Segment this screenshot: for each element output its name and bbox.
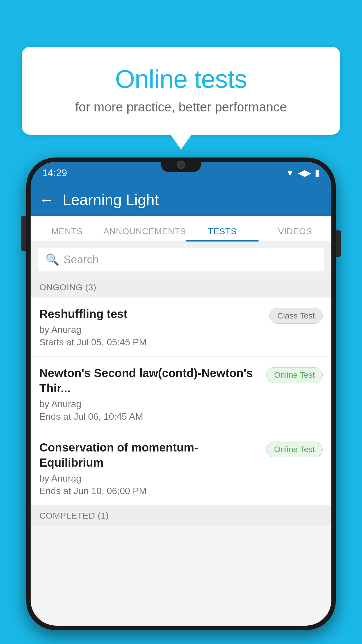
completed-section-header: COMPLETED (1): [31, 505, 331, 526]
signal-icon: ◀▶: [298, 168, 311, 178]
app-header: ← Learning Light: [31, 184, 331, 216]
phone-notch: [161, 158, 201, 172]
test-author-1: by Anurag: [39, 324, 263, 335]
tab-announcements[interactable]: ANNOUNCEMENTS: [103, 226, 186, 242]
test-name-1: Reshuffling test: [39, 306, 263, 321]
list-item[interactable]: Reshuffling test by Anurag Starts at Jul…: [31, 298, 331, 357]
test-author-2: by Anurag: [39, 399, 260, 410]
completed-title: COMPLETED (1): [39, 511, 109, 520]
list-item[interactable]: Conservation of momentum-Equilibrium by …: [31, 431, 331, 505]
phone-outer: 14:29 ▼ ◀▶ ▮ ← Learning Light MENTS: [26, 158, 336, 630]
test-author-3: by Anurag: [39, 473, 260, 484]
list-item[interactable]: Newton's Second law(contd)-Newton's Thir…: [31, 357, 331, 431]
phone-container: 14:29 ▼ ◀▶ ▮ ← Learning Light MENTS: [26, 158, 336, 644]
battery-icon: ▮: [315, 168, 320, 178]
app-title: Learning Light: [63, 191, 159, 209]
search-bar[interactable]: 🔍 Search: [38, 248, 324, 271]
test-time-2: Ends at Jul 06, 10:45 AM: [39, 411, 260, 422]
speech-bubble: Online tests for more practice, better p…: [22, 47, 340, 135]
search-input[interactable]: Search: [64, 253, 99, 266]
test-list: Reshuffling test by Anurag Starts at Jul…: [31, 298, 331, 505]
test-info-3: Conservation of momentum-Equilibrium by …: [39, 440, 260, 496]
front-camera: [177, 161, 185, 169]
phone-screen: 14:29 ▼ ◀▶ ▮ ← Learning Light MENTS: [31, 162, 331, 626]
test-badge-2: Online Test: [266, 367, 323, 383]
test-name-2: Newton's Second law(contd)-Newton's Thir…: [39, 365, 260, 396]
test-badge-3: Online Test: [266, 442, 323, 457]
test-time-3: Ends at Jun 10, 06:00 PM: [39, 486, 260, 496]
tab-assignments[interactable]: MENTS: [31, 226, 103, 242]
ongoing-section-header: ONGOING (3): [31, 277, 331, 298]
back-button[interactable]: ←: [39, 191, 54, 208]
search-container: 🔍 Search: [31, 242, 331, 277]
ongoing-title: ONGOING (3): [39, 282, 96, 292]
tab-videos[interactable]: VIDEOS: [259, 226, 331, 242]
status-icons: ▼ ◀▶ ▮: [286, 168, 320, 178]
wifi-icon: ▼: [286, 168, 294, 178]
speech-bubble-subtitle: for more practice, better performance: [45, 100, 317, 114]
speech-bubble-container: Online tests for more practice, better p…: [22, 47, 340, 135]
speech-bubble-title: Online tests: [45, 64, 317, 94]
test-info-2: Newton's Second law(contd)-Newton's Thir…: [39, 365, 260, 422]
tab-tests[interactable]: TESTS: [186, 226, 259, 242]
screen-content: 14:29 ▼ ◀▶ ▮ ← Learning Light MENTS: [31, 162, 331, 626]
test-time-1: Starts at Jul 05, 05:45 PM: [39, 337, 263, 348]
test-badge-1: Class Test: [269, 308, 323, 324]
tabs-container: MENTS ANNOUNCEMENTS TESTS VIDEOS: [31, 216, 331, 242]
test-name-3: Conservation of momentum-Equilibrium: [39, 440, 260, 470]
test-info-1: Reshuffling test by Anurag Starts at Jul…: [39, 306, 263, 348]
status-time: 14:29: [42, 167, 67, 178]
search-icon: 🔍: [45, 253, 59, 266]
